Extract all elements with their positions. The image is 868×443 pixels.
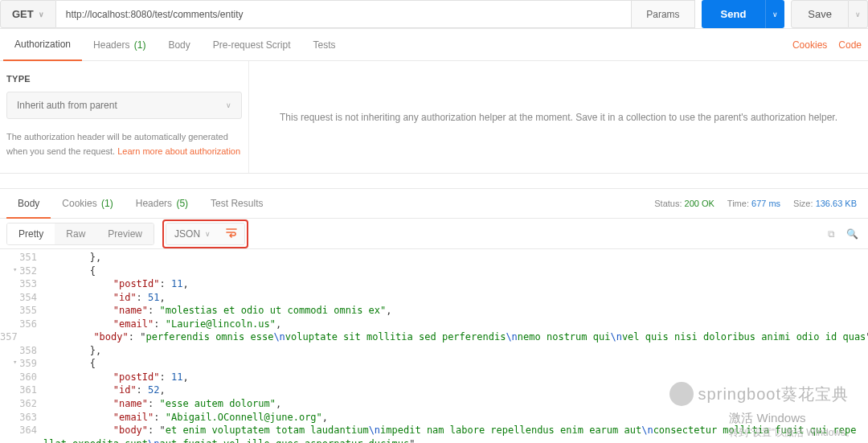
tab-body[interactable]: Body — [157, 29, 201, 60]
chevron-down-icon: ∨ — [855, 10, 861, 18]
send-dropdown[interactable]: ∨ — [765, 0, 784, 28]
save-button[interactable]: Save — [791, 0, 849, 28]
view-raw[interactable]: Raw — [55, 224, 96, 244]
params-button[interactable]: Params — [632, 0, 694, 28]
save-dropdown[interactable]: ∨ — [849, 0, 868, 28]
chevron-down-icon: ∨ — [226, 101, 231, 109]
chevron-down-icon: ∨ — [205, 230, 211, 238]
view-pretty[interactable]: Pretty — [7, 224, 55, 244]
learn-more-link[interactable]: Learn more about authorization — [117, 146, 240, 156]
copy-icon[interactable]: ⧉ — [828, 228, 835, 240]
status-text: Status: 200 OK — [654, 199, 714, 208]
resp-headers-count: (5) — [176, 198, 188, 209]
chevron-down-icon: ∨ — [39, 10, 44, 18]
response-body[interactable]: 351 },352 {353 "postId": 11,354 "id": 51… — [0, 249, 868, 443]
search-icon[interactable]: 🔍 — [846, 228, 858, 240]
resp-tab-headers[interactable]: Headers (5) — [125, 189, 199, 218]
tab-prerequest[interactable]: Pre-request Script — [202, 29, 302, 60]
http-method-label: GET — [12, 8, 34, 20]
resp-tab-testresults[interactable]: Test Results — [199, 189, 274, 218]
auth-type-select[interactable]: Inherit auth from parent ∨ — [6, 92, 242, 119]
cookies-link[interactable]: Cookies — [792, 39, 827, 51]
size-text: Size: 136.63 KB — [793, 199, 857, 208]
url-input[interactable] — [56, 0, 632, 28]
tab-authorization[interactable]: Authorization — [3, 30, 82, 61]
resp-tab-body[interactable]: Body — [6, 190, 51, 219]
resp-cookies-count: (1) — [101, 198, 113, 209]
headers-count-badge: (1) — [134, 39, 146, 51]
http-method-select[interactable]: GET ∨ — [0, 0, 56, 28]
time-text: Time: 677 ms — [727, 199, 780, 208]
wrap-lines-button[interactable] — [219, 224, 244, 244]
tab-headers[interactable]: Headers (1) — [82, 29, 157, 60]
view-preview[interactable]: Preview — [96, 224, 154, 244]
chevron-down-icon: ∨ — [772, 10, 778, 18]
code-link[interactable]: Code — [838, 39, 862, 51]
auth-helper-message: This request is not inheriting any autho… — [249, 61, 868, 173]
tab-tests[interactable]: Tests — [301, 29, 346, 60]
resp-tab-cookies[interactable]: Cookies (1) — [51, 189, 124, 218]
auth-type-label: TYPE — [6, 74, 242, 84]
format-highlight-box: JSON ∨ — [162, 219, 248, 248]
wrap-icon — [226, 228, 237, 240]
format-select[interactable]: JSON ∨ — [166, 224, 219, 244]
send-button[interactable]: Send — [702, 0, 766, 28]
auth-note: The authorization header will be automat… — [6, 130, 242, 158]
